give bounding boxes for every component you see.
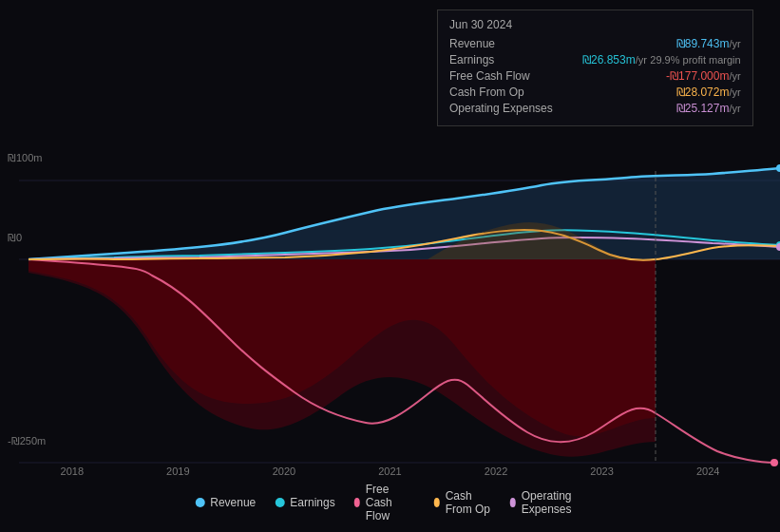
x-label-2019: 2019	[166, 466, 189, 477]
legend-label-earnings: Earnings	[290, 496, 334, 509]
x-label-2024: 2024	[696, 466, 719, 477]
tooltip-value-opex: ₪25.127m/yr	[676, 102, 741, 115]
legend-dot-opex	[510, 498, 516, 507]
legend-label-revenue: Revenue	[210, 496, 256, 509]
legend-item-opex[interactable]: Operating Expenses	[510, 489, 585, 516]
x-axis-labels: 2018 2019 2020 2021 2022 2023 2024	[0, 466, 780, 477]
tooltip-value-earnings: ₪26.853m/yr 29.9% profit margin	[582, 53, 741, 66]
tooltip-row-fcf: Free Cash Flow -₪177.000m/yr	[449, 69, 741, 83]
tooltip-date: Jun 30 2024	[449, 18, 741, 31]
x-label-2018: 2018	[61, 466, 84, 477]
tooltip-row-cashop: Cash From Op ₪28.072m/yr	[449, 86, 741, 99]
legend-item-revenue[interactable]: Revenue	[195, 496, 256, 509]
tooltip-box: Jun 30 2024 Revenue ₪89.743m/yr Earnings…	[437, 10, 753, 126]
tooltip-value-revenue: ₪89.743m/yr	[676, 37, 741, 50]
legend-dot-cashop	[434, 498, 440, 507]
legend-label-fcf: Free Cash Flow	[366, 483, 415, 522]
tooltip-row-opex: Operating Expenses ₪25.127m/yr	[449, 102, 741, 115]
x-label-2022: 2022	[485, 466, 507, 477]
x-label-2020: 2020	[273, 466, 295, 477]
legend-dot-revenue	[195, 498, 204, 507]
x-label-2021: 2021	[378, 466, 401, 477]
legend-dot-fcf	[354, 498, 360, 507]
legend-item-earnings[interactable]: Earnings	[275, 496, 334, 509]
chart-legend: Revenue Earnings Free Cash Flow Cash Fro…	[195, 483, 585, 522]
tooltip-label-fcf: Free Cash Flow	[449, 69, 563, 83]
y-label-0: ₪0	[8, 232, 22, 244]
tooltip-label-earnings: Earnings	[449, 53, 563, 66]
tooltip-label-opex: Operating Expenses	[449, 102, 563, 115]
chart-container: ₪100m ₪0 -₪250m 2018 2019 2020 2021 2022…	[0, 0, 780, 532]
legend-label-cashop: Cash From Op	[446, 489, 491, 516]
x-label-2023: 2023	[590, 466, 613, 477]
tooltip-row-earnings: Earnings ₪26.853m/yr 29.9% profit margin	[449, 53, 741, 66]
tooltip-row-revenue: Revenue ₪89.743m/yr	[449, 37, 741, 50]
legend-label-opex: Operating Expenses	[522, 489, 585, 516]
y-label-neg250m: -₪250m	[8, 435, 46, 447]
tooltip-label-cashop: Cash From Op	[449, 86, 563, 99]
legend-dot-earnings	[275, 498, 284, 507]
tooltip-label-revenue: Revenue	[449, 37, 563, 50]
tooltip-value-fcf: -₪177.000m/yr	[666, 69, 741, 83]
tooltip-value-cashop: ₪28.072m/yr	[676, 86, 741, 99]
y-label-100m: ₪100m	[8, 152, 43, 164]
legend-item-cashop[interactable]: Cash From Op	[434, 489, 491, 516]
legend-item-fcf[interactable]: Free Cash Flow	[354, 483, 415, 522]
